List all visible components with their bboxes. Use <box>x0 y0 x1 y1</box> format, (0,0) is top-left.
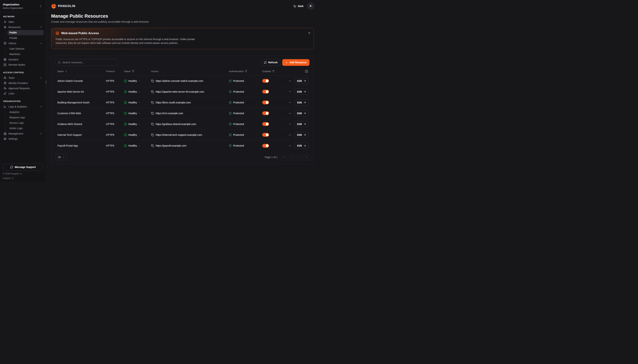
auth-label: Protected <box>233 101 244 104</box>
first-page-button[interactable] <box>281 154 287 160</box>
column-header-status[interactable]: Status <box>122 70 149 73</box>
status-dropdown[interactable]: Healthy <box>124 80 140 82</box>
sidebar-item-identity-providers[interactable]: Identity Providers <box>2 80 44 86</box>
column-header-protocol: Protocol <box>104 70 122 73</box>
sidebar-item-action-logs[interactable]: Action Logs <box>8 126 44 131</box>
copy-url-button[interactable] <box>151 123 154 126</box>
sidebar-item-machines[interactable]: Machines <box>8 52 44 57</box>
row-menu-button[interactable] <box>288 101 292 104</box>
sidebar-item-request-logs[interactable]: Request Logs <box>8 115 44 120</box>
edit-button[interactable]: Edit <box>295 121 309 127</box>
table-row: Grafana-AWS-Shared HTTPS Healthy https:/… <box>56 119 309 130</box>
ellipsis-icon <box>288 101 291 104</box>
row-menu-button[interactable] <box>288 90 292 94</box>
copyright-link[interactable]: © 2026 Pangolin <box>3 172 22 175</box>
enabled-toggle[interactable] <box>262 111 269 115</box>
resource-url[interactable]: https://grafana-shared.example.com <box>156 123 196 126</box>
edit-button[interactable]: Edit <box>295 142 309 149</box>
enabled-toggle[interactable] <box>262 122 269 126</box>
resource-url[interactable]: https://admin-console-switch.example.com <box>156 80 203 82</box>
sidebar-item-user-devices[interactable]: User Devices <box>8 46 44 52</box>
sidebar-item-resources[interactable]: Resources <box>2 25 44 30</box>
copy-url-button[interactable] <box>151 101 154 104</box>
banner-title: Web-based Public Access <box>61 32 99 35</box>
sidebar-item-team[interactable]: Team <box>2 75 44 80</box>
previous-page-button[interactable] <box>288 154 294 160</box>
enabled-toggle[interactable] <box>262 144 269 148</box>
edit-button[interactable]: Edit <box>295 132 309 138</box>
auth-badge: Protected <box>229 144 244 147</box>
next-page-button[interactable] <box>296 154 302 160</box>
edit-button[interactable]: Edit <box>295 100 309 106</box>
columns-icon <box>305 70 308 73</box>
column-header-enabled[interactable]: Enabled <box>260 70 282 73</box>
edit-button[interactable]: Edit <box>295 78 309 84</box>
globe-icon <box>4 58 7 61</box>
sidebar-item-analytics[interactable]: Analytics <box>8 110 44 115</box>
row-menu-button[interactable] <box>288 122 292 126</box>
column-header-authentication[interactable]: Authentication <box>227 70 260 73</box>
status-dropdown[interactable]: Healthy <box>124 90 140 93</box>
status-dropdown[interactable]: Healthy <box>124 101 140 104</box>
sidebar-item-logs-analytics[interactable]: Logs & Analytics <box>2 104 44 109</box>
theme-toggle[interactable]: Dark <box>293 5 303 8</box>
resource-url[interactable]: https://crm.example.com <box>156 112 183 115</box>
row-menu-button[interactable] <box>288 79 292 83</box>
edit-button[interactable]: Edit <box>295 89 309 95</box>
org-switcher-label: Organization <box>3 2 23 6</box>
arrow-right-icon <box>303 90 306 93</box>
banner-close-button[interactable] <box>307 31 310 34</box>
sidebar-item-management[interactable]: Management <box>2 131 44 136</box>
resource-url[interactable]: https://payroll.example.com <box>156 144 186 147</box>
user-avatar[interactable]: P <box>307 3 314 9</box>
message-support-button[interactable]: Message Support <box>3 164 43 170</box>
last-page-button[interactable] <box>303 154 309 160</box>
row-menu-button[interactable] <box>288 112 292 115</box>
enabled-toggle[interactable] <box>262 100 269 104</box>
org-switcher[interactable]: Organization Demo Organization <box>0 0 46 12</box>
resource-url[interactable]: https://bms-south.example.com <box>156 101 191 104</box>
sidebar-item-domains[interactable]: Domains <box>2 57 44 62</box>
row-menu-button[interactable] <box>288 144 292 148</box>
enabled-toggle[interactable] <box>262 133 269 137</box>
refresh-button[interactable]: Refresh <box>261 59 280 66</box>
sidebar-item-access-logs[interactable]: Access Logs <box>8 120 44 126</box>
sidebar-item-links[interactable]: Links <box>2 91 44 96</box>
sidebar-item-sites[interactable]: Sites <box>2 20 44 25</box>
sidebar-item-public[interactable]: Public <box>8 30 44 35</box>
row-menu-button[interactable] <box>288 133 292 137</box>
sidebar-item-approval-requests[interactable]: Approval Requests <box>2 86 44 91</box>
enabled-toggle[interactable] <box>262 79 269 83</box>
support-link[interactable]: Support <box>3 177 14 180</box>
status-dropdown[interactable]: Healthy <box>124 134 140 136</box>
edit-button[interactable]: Edit <box>295 110 309 116</box>
status-dropdown[interactable]: Healthy <box>124 112 140 115</box>
status-dropdown[interactable]: Healthy <box>124 144 140 147</box>
copy-url-button[interactable] <box>151 90 154 93</box>
circle-check-icon <box>124 101 127 104</box>
add-resource-button[interactable]: Add Resource <box>282 59 309 66</box>
status-dropdown[interactable]: Healthy <box>124 123 140 126</box>
chevron-down-icon <box>138 144 140 147</box>
sidebar-item-remote-nodes[interactable]: Remote Nodes <box>2 62 44 68</box>
search-input[interactable] <box>62 61 115 64</box>
copy-url-button[interactable] <box>151 80 154 82</box>
sidebar-item-settings[interactable]: Settings <box>2 136 44 142</box>
sidebar-item-clients[interactable]: Clients <box>2 41 44 46</box>
copy-url-button[interactable] <box>151 134 154 136</box>
sidebar-item-private[interactable]: Private <box>8 36 44 41</box>
page-size-select[interactable]: 20 <box>56 154 67 160</box>
arrow-right-icon <box>303 101 306 104</box>
copy-url-button[interactable] <box>151 144 154 147</box>
column-visibility-button[interactable] <box>304 70 308 73</box>
resource-url[interactable]: https://apache-web-server-04.example.com <box>156 90 204 93</box>
edit-label: Edit <box>297 80 302 82</box>
status-label: Healthy <box>128 80 137 82</box>
enabled-toggle[interactable] <box>262 90 269 94</box>
brand[interactable]: PANGOLIN <box>51 4 75 9</box>
resource-url[interactable]: https://internal-tech-support.example.co… <box>156 134 202 136</box>
column-header-name[interactable]: Name <box>56 70 104 73</box>
sidebar-resize-handle[interactable] <box>46 80 46 84</box>
table-row: Payroll-Portal-App HTTPS Healthy https:/… <box>56 140 309 151</box>
copy-url-button[interactable] <box>151 112 154 115</box>
